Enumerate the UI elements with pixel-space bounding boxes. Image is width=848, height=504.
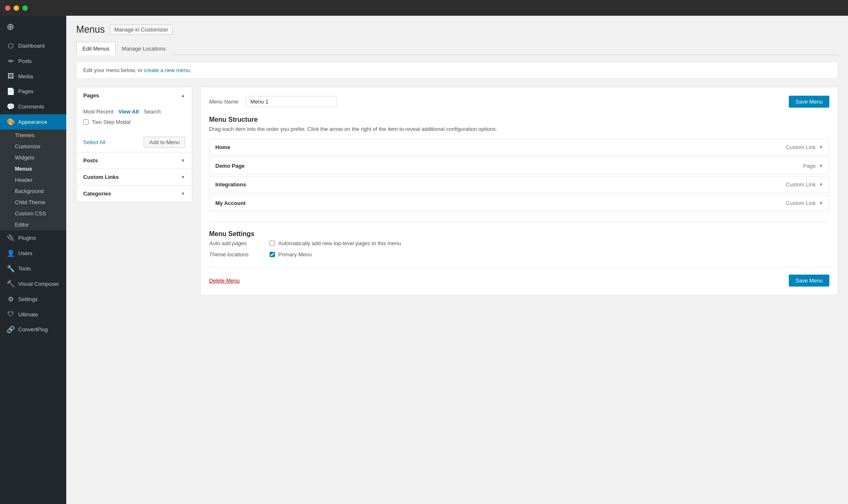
maximize-button[interactable] xyxy=(22,5,28,11)
create-new-menu-link[interactable]: create a new menu xyxy=(144,67,190,73)
posts-section-header[interactable]: Posts ▼ xyxy=(77,152,192,169)
add-to-menu-button[interactable]: Add to Menu xyxy=(144,137,185,148)
sidebar-label-visual-composer: Visual Composer xyxy=(18,281,59,287)
dashboard-icon: ⬡ xyxy=(7,42,15,50)
menu-item-integrations[interactable]: Integrations Custom Link ▼ xyxy=(209,176,829,193)
primary-menu-label: Primary Menu xyxy=(278,251,312,258)
menu-item-home-expand-icon[interactable]: ▼ xyxy=(819,145,823,150)
sidebar-label-users: Users xyxy=(18,250,32,256)
sidebar-item-themes[interactable]: Themes xyxy=(0,130,66,141)
manage-customizer-button[interactable]: Manage in Customizer xyxy=(110,24,173,35)
sidebar-item-convertplug[interactable]: 🔗 ConvertPlug xyxy=(0,322,66,337)
sidebar-item-ultimate[interactable]: 🛡 Ultimate xyxy=(0,307,66,322)
sidebar-item-widgets[interactable]: Widgets xyxy=(0,152,66,163)
tab-edit-menus[interactable]: Edit Menus xyxy=(76,42,116,55)
menu-structure-desc: Drag each item into the order you prefer… xyxy=(209,126,829,132)
page-header: Menus Manage in Customizer xyxy=(76,24,838,35)
sidebar-item-tools[interactable]: 🔧 Tools xyxy=(0,261,66,276)
sidebar-item-users[interactable]: 👤 Users xyxy=(0,246,66,261)
sidebar-item-menus[interactable]: Menus xyxy=(0,163,66,174)
sidebar-item-comments[interactable]: 💬 Comments xyxy=(0,99,66,114)
pages-section-body: Most Recent View All Search Two Step Mod… xyxy=(77,104,192,133)
save-menu-button-bottom[interactable]: Save Menu xyxy=(789,275,829,287)
menu-name-row: Menu Name Save Menu xyxy=(209,96,829,108)
sidebar-label-comments: Comments xyxy=(18,104,44,110)
subtab-search[interactable]: Search xyxy=(144,109,161,115)
sidebar-item-plugins[interactable]: 🔌 Plugins xyxy=(0,230,66,246)
posts-icon: ✏ xyxy=(7,57,15,65)
panel-section-categories: Categories ▼ xyxy=(77,186,192,202)
menu-item-my-account-label: My Account xyxy=(215,200,246,206)
sidebar-label-convertplug: ConvertPlug xyxy=(18,326,48,333)
sidebar-item-media[interactable]: 🖼 Media xyxy=(0,69,66,84)
menu-item-integrations-expand-icon[interactable]: ▼ xyxy=(819,182,823,187)
tab-manage-locations[interactable]: Manage Locations xyxy=(116,42,172,55)
plugins-icon: 🔌 xyxy=(7,234,15,242)
menu-structure-title: Menu Structure xyxy=(209,116,829,123)
menu-item-home-label: Home xyxy=(215,144,230,150)
appearance-submenu: Themes Customize Widgets Menus Header Ba… xyxy=(0,130,66,230)
menu-item-my-account[interactable]: My Account Custom Link ▼ xyxy=(209,195,829,212)
sidebar-label-appearance: Appearance xyxy=(18,119,47,125)
categories-section-label: Categories xyxy=(83,191,111,197)
auto-add-pages-row: Auto add pages Automatically add new top… xyxy=(209,240,829,246)
sidebar-item-pages[interactable]: 📄 Pages xyxy=(0,84,66,99)
convertplug-icon: 🔗 xyxy=(7,326,15,333)
settings-icon: ⚙ xyxy=(7,295,15,303)
custom-links-section-header[interactable]: Custom Links ▼ xyxy=(77,169,192,185)
sidebar-item-header[interactable]: Header xyxy=(0,174,66,186)
menu-item-home-type: Custom Link xyxy=(786,144,816,150)
select-all-link[interactable]: Select All xyxy=(83,139,105,145)
menu-item-integrations-type: Custom Link xyxy=(786,181,816,188)
sidebar-item-settings[interactable]: ⚙ Settings xyxy=(0,292,66,307)
menu-name-label: Menu Name xyxy=(209,99,238,105)
sidebar-label-settings: Settings xyxy=(18,296,38,302)
page-label-two-step-modal: Two Step Modal xyxy=(92,119,130,125)
sidebar-item-dashboard[interactable]: ⬡ Dashboard xyxy=(0,38,66,53)
sidebar-item-appearance[interactable]: 🎨 Appearance xyxy=(0,114,66,130)
tabs: Edit Menus Manage Locations xyxy=(76,42,838,55)
menu-item-home[interactable]: Home Custom Link ▼ xyxy=(209,139,829,156)
categories-section-header[interactable]: Categories ▼ xyxy=(77,186,192,202)
sidebar-item-customize[interactable]: Customize xyxy=(0,141,66,152)
sidebar-item-editor[interactable]: Editor xyxy=(0,219,66,230)
posts-chevron-down-icon: ▼ xyxy=(181,158,185,163)
sidebar: ⊕ ⬡ Dashboard ✏ Posts 🖼 Media 📄 Pages 💬 … xyxy=(0,16,66,504)
titlebar xyxy=(0,0,848,16)
sidebar-item-background[interactable]: Background xyxy=(0,186,66,197)
subtab-view-all[interactable]: View All xyxy=(118,109,139,115)
primary-menu-checkbox[interactable] xyxy=(270,252,275,257)
save-menu-button-top[interactable]: Save Menu xyxy=(789,96,829,108)
users-icon: 👤 xyxy=(7,249,15,257)
menu-item-demo-page-label: Demo Page xyxy=(215,163,245,169)
sidebar-item-posts[interactable]: ✏ Posts xyxy=(0,53,66,69)
info-text: Edit your menu below, or xyxy=(83,67,142,73)
panel-section-custom-links: Custom Links ▼ xyxy=(77,169,192,186)
menu-item-my-account-expand-icon[interactable]: ▼ xyxy=(819,201,823,205)
page-checkbox-two-step-modal[interactable] xyxy=(83,119,89,125)
sidebar-item-child-theme[interactable]: Child Theme xyxy=(0,197,66,208)
pages-section-header[interactable]: Pages ▲ xyxy=(77,87,192,104)
minimize-button[interactable] xyxy=(14,5,19,11)
menu-item-demo-page[interactable]: Demo Page Page ▼ xyxy=(209,157,829,174)
menu-item-demo-page-expand-icon[interactable]: ▼ xyxy=(819,164,823,168)
delete-menu-link[interactable]: Delete Menu xyxy=(209,277,240,284)
sidebar-label-pages: Pages xyxy=(18,88,34,94)
page-title: Menus xyxy=(76,24,105,35)
sidebar-item-visual-composer[interactable]: 🔨 Visual Composer xyxy=(0,276,66,292)
close-button[interactable] xyxy=(5,5,10,11)
visual-composer-icon: 🔨 xyxy=(7,280,15,288)
subtab-most-recent[interactable]: Most Recent xyxy=(83,109,113,115)
page-item-two-step-modal: Two Step Modal xyxy=(83,119,185,125)
comments-icon: 💬 xyxy=(7,103,15,111)
panel-section-pages: Pages ▲ Most Recent View All Search Two … xyxy=(77,87,192,152)
theme-locations-label: Theme locations xyxy=(209,251,263,258)
auto-add-pages-checkbox[interactable] xyxy=(270,241,275,246)
menu-settings-section: Menu Settings Auto add pages Automatical… xyxy=(209,222,829,258)
theme-locations-row: Theme locations Primary Menu xyxy=(209,251,829,258)
sidebar-label-ultimate: Ultimate xyxy=(18,311,38,318)
sidebar-label-tools: Tools xyxy=(18,265,31,272)
menu-name-input[interactable] xyxy=(246,96,337,107)
tools-icon: 🔧 xyxy=(7,265,15,272)
sidebar-item-custom-css[interactable]: Custom CSS xyxy=(0,208,66,219)
